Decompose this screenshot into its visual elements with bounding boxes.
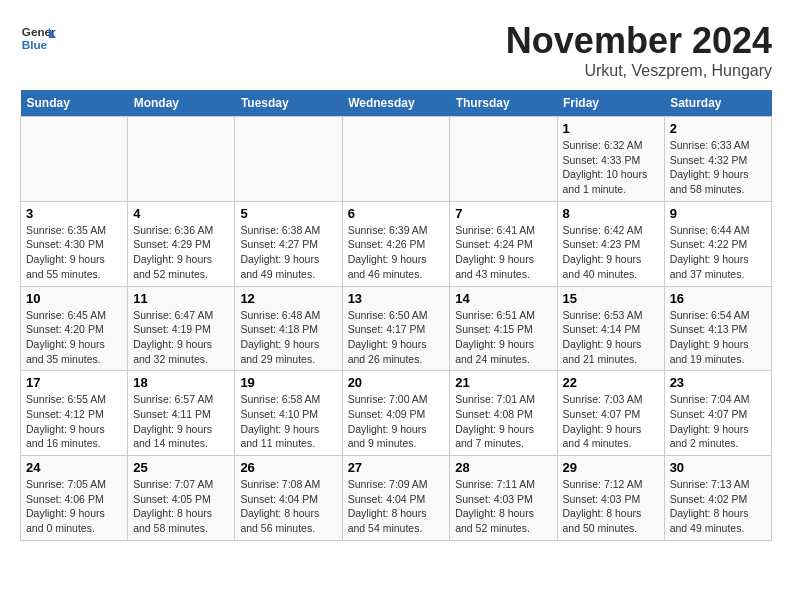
day-info: Sunrise: 6:48 AMSunset: 4:18 PMDaylight:…: [240, 308, 336, 367]
day-number: 12: [240, 291, 336, 306]
week-row-5: 24Sunrise: 7:05 AMSunset: 4:06 PMDayligh…: [21, 456, 772, 541]
day-info: Sunrise: 6:35 AMSunset: 4:30 PMDaylight:…: [26, 223, 122, 282]
day-info: Sunrise: 7:07 AMSunset: 4:05 PMDaylight:…: [133, 477, 229, 536]
day-cell: 15Sunrise: 6:53 AMSunset: 4:14 PMDayligh…: [557, 286, 664, 371]
day-number: 13: [348, 291, 445, 306]
day-number: 7: [455, 206, 551, 221]
day-number: 21: [455, 375, 551, 390]
week-row-4: 17Sunrise: 6:55 AMSunset: 4:12 PMDayligh…: [21, 371, 772, 456]
day-number: 9: [670, 206, 766, 221]
calendar-table: SundayMondayTuesdayWednesdayThursdayFrid…: [20, 90, 772, 541]
day-cell: 18Sunrise: 6:57 AMSunset: 4:11 PMDayligh…: [128, 371, 235, 456]
day-cell: 25Sunrise: 7:07 AMSunset: 4:05 PMDayligh…: [128, 456, 235, 541]
day-number: 25: [133, 460, 229, 475]
day-cell: 13Sunrise: 6:50 AMSunset: 4:17 PMDayligh…: [342, 286, 450, 371]
day-cell: 6Sunrise: 6:39 AMSunset: 4:26 PMDaylight…: [342, 201, 450, 286]
header-cell-wednesday: Wednesday: [342, 90, 450, 117]
day-info: Sunrise: 6:51 AMSunset: 4:15 PMDaylight:…: [455, 308, 551, 367]
header-cell-friday: Friday: [557, 90, 664, 117]
header-cell-saturday: Saturday: [664, 90, 771, 117]
week-row-2: 3Sunrise: 6:35 AMSunset: 4:30 PMDaylight…: [21, 201, 772, 286]
day-info: Sunrise: 6:41 AMSunset: 4:24 PMDaylight:…: [455, 223, 551, 282]
day-info: Sunrise: 7:03 AMSunset: 4:07 PMDaylight:…: [563, 392, 659, 451]
day-info: Sunrise: 6:38 AMSunset: 4:27 PMDaylight:…: [240, 223, 336, 282]
day-cell: 12Sunrise: 6:48 AMSunset: 4:18 PMDayligh…: [235, 286, 342, 371]
header-cell-tuesday: Tuesday: [235, 90, 342, 117]
day-cell: 2Sunrise: 6:33 AMSunset: 4:32 PMDaylight…: [664, 117, 771, 202]
day-cell: 17Sunrise: 6:55 AMSunset: 4:12 PMDayligh…: [21, 371, 128, 456]
day-number: 1: [563, 121, 659, 136]
day-number: 3: [26, 206, 122, 221]
day-cell: 1Sunrise: 6:32 AMSunset: 4:33 PMDaylight…: [557, 117, 664, 202]
day-info: Sunrise: 6:57 AMSunset: 4:11 PMDaylight:…: [133, 392, 229, 451]
day-number: 20: [348, 375, 445, 390]
day-cell: 11Sunrise: 6:47 AMSunset: 4:19 PMDayligh…: [128, 286, 235, 371]
day-cell: 22Sunrise: 7:03 AMSunset: 4:07 PMDayligh…: [557, 371, 664, 456]
day-cell: 8Sunrise: 6:42 AMSunset: 4:23 PMDaylight…: [557, 201, 664, 286]
header-cell-sunday: Sunday: [21, 90, 128, 117]
day-number: 19: [240, 375, 336, 390]
subtitle: Urkut, Veszprem, Hungary: [506, 62, 772, 80]
day-cell: 10Sunrise: 6:45 AMSunset: 4:20 PMDayligh…: [21, 286, 128, 371]
day-cell: 24Sunrise: 7:05 AMSunset: 4:06 PMDayligh…: [21, 456, 128, 541]
day-info: Sunrise: 6:53 AMSunset: 4:14 PMDaylight:…: [563, 308, 659, 367]
header: General Blue November 2024 Urkut, Veszpr…: [20, 20, 772, 80]
day-number: 4: [133, 206, 229, 221]
day-cell: 14Sunrise: 6:51 AMSunset: 4:15 PMDayligh…: [450, 286, 557, 371]
day-info: Sunrise: 6:33 AMSunset: 4:32 PMDaylight:…: [670, 138, 766, 197]
day-info: Sunrise: 6:44 AMSunset: 4:22 PMDaylight:…: [670, 223, 766, 282]
day-info: Sunrise: 6:47 AMSunset: 4:19 PMDaylight:…: [133, 308, 229, 367]
day-number: 15: [563, 291, 659, 306]
day-number: 26: [240, 460, 336, 475]
header-cell-thursday: Thursday: [450, 90, 557, 117]
day-info: Sunrise: 6:39 AMSunset: 4:26 PMDaylight:…: [348, 223, 445, 282]
day-cell: 27Sunrise: 7:09 AMSunset: 4:04 PMDayligh…: [342, 456, 450, 541]
day-cell: [450, 117, 557, 202]
day-cell: 30Sunrise: 7:13 AMSunset: 4:02 PMDayligh…: [664, 456, 771, 541]
day-info: Sunrise: 7:11 AMSunset: 4:03 PMDaylight:…: [455, 477, 551, 536]
day-number: 23: [670, 375, 766, 390]
day-info: Sunrise: 6:42 AMSunset: 4:23 PMDaylight:…: [563, 223, 659, 282]
day-cell: 19Sunrise: 6:58 AMSunset: 4:10 PMDayligh…: [235, 371, 342, 456]
day-number: 8: [563, 206, 659, 221]
week-row-1: 1Sunrise: 6:32 AMSunset: 4:33 PMDaylight…: [21, 117, 772, 202]
day-info: Sunrise: 6:58 AMSunset: 4:10 PMDaylight:…: [240, 392, 336, 451]
day-cell: [21, 117, 128, 202]
day-cell: 21Sunrise: 7:01 AMSunset: 4:08 PMDayligh…: [450, 371, 557, 456]
calendar-body: 1Sunrise: 6:32 AMSunset: 4:33 PMDaylight…: [21, 117, 772, 541]
main-title: November 2024: [506, 20, 772, 62]
day-number: 24: [26, 460, 122, 475]
day-number: 14: [455, 291, 551, 306]
day-cell: [235, 117, 342, 202]
day-cell: [342, 117, 450, 202]
day-cell: 5Sunrise: 6:38 AMSunset: 4:27 PMDaylight…: [235, 201, 342, 286]
day-cell: 23Sunrise: 7:04 AMSunset: 4:07 PMDayligh…: [664, 371, 771, 456]
day-info: Sunrise: 7:12 AMSunset: 4:03 PMDaylight:…: [563, 477, 659, 536]
day-number: 28: [455, 460, 551, 475]
day-cell: 9Sunrise: 6:44 AMSunset: 4:22 PMDaylight…: [664, 201, 771, 286]
day-cell: 16Sunrise: 6:54 AMSunset: 4:13 PMDayligh…: [664, 286, 771, 371]
day-cell: 28Sunrise: 7:11 AMSunset: 4:03 PMDayligh…: [450, 456, 557, 541]
calendar-header-row: SundayMondayTuesdayWednesdayThursdayFrid…: [21, 90, 772, 117]
day-info: Sunrise: 7:09 AMSunset: 4:04 PMDaylight:…: [348, 477, 445, 536]
day-cell: 29Sunrise: 7:12 AMSunset: 4:03 PMDayligh…: [557, 456, 664, 541]
day-info: Sunrise: 7:13 AMSunset: 4:02 PMDaylight:…: [670, 477, 766, 536]
day-info: Sunrise: 6:54 AMSunset: 4:13 PMDaylight:…: [670, 308, 766, 367]
day-info: Sunrise: 6:55 AMSunset: 4:12 PMDaylight:…: [26, 392, 122, 451]
day-number: 18: [133, 375, 229, 390]
logo: General Blue: [20, 20, 56, 56]
day-number: 5: [240, 206, 336, 221]
header-cell-monday: Monday: [128, 90, 235, 117]
title-area: November 2024 Urkut, Veszprem, Hungary: [506, 20, 772, 80]
day-cell: 4Sunrise: 6:36 AMSunset: 4:29 PMDaylight…: [128, 201, 235, 286]
day-number: 29: [563, 460, 659, 475]
day-cell: [128, 117, 235, 202]
day-info: Sunrise: 7:08 AMSunset: 4:04 PMDaylight:…: [240, 477, 336, 536]
svg-text:Blue: Blue: [22, 38, 48, 51]
week-row-3: 10Sunrise: 6:45 AMSunset: 4:20 PMDayligh…: [21, 286, 772, 371]
day-info: Sunrise: 6:36 AMSunset: 4:29 PMDaylight:…: [133, 223, 229, 282]
day-number: 6: [348, 206, 445, 221]
day-info: Sunrise: 7:05 AMSunset: 4:06 PMDaylight:…: [26, 477, 122, 536]
day-cell: 20Sunrise: 7:00 AMSunset: 4:09 PMDayligh…: [342, 371, 450, 456]
day-cell: 3Sunrise: 6:35 AMSunset: 4:30 PMDaylight…: [21, 201, 128, 286]
